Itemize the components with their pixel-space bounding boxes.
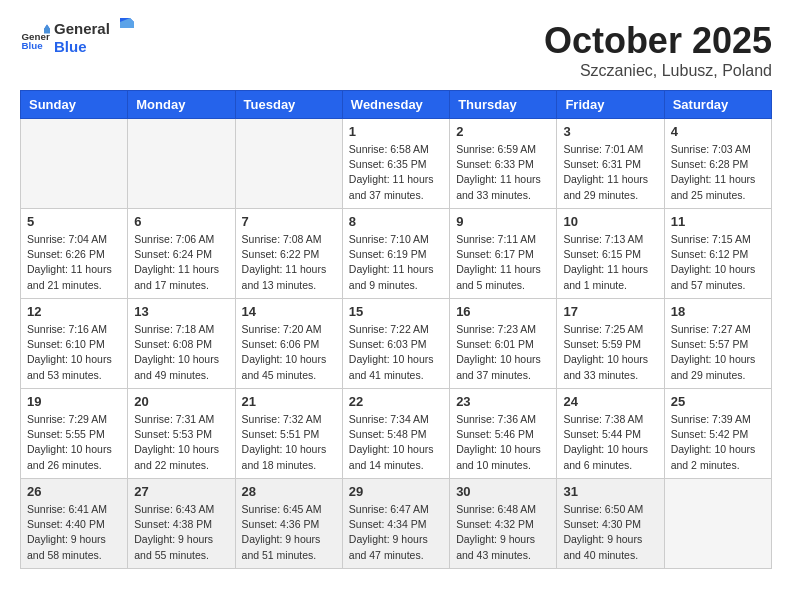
day-number: 18 <box>671 304 765 319</box>
day-number: 25 <box>671 394 765 409</box>
calendar-cell: 6Sunrise: 7:06 AM Sunset: 6:24 PM Daylig… <box>128 209 235 299</box>
calendar-cell: 29Sunrise: 6:47 AM Sunset: 4:34 PM Dayli… <box>342 479 449 569</box>
day-number: 27 <box>134 484 228 499</box>
day-number: 16 <box>456 304 550 319</box>
day-number: 13 <box>134 304 228 319</box>
day-number: 5 <box>27 214 121 229</box>
calendar-cell <box>235 119 342 209</box>
calendar-cell: 14Sunrise: 7:20 AM Sunset: 6:06 PM Dayli… <box>235 299 342 389</box>
calendar-cell: 16Sunrise: 7:23 AM Sunset: 6:01 PM Dayli… <box>450 299 557 389</box>
weekday-header-friday: Friday <box>557 91 664 119</box>
calendar-cell: 11Sunrise: 7:15 AM Sunset: 6:12 PM Dayli… <box>664 209 771 299</box>
logo: General Blue General Blue <box>20 20 134 56</box>
day-number: 15 <box>349 304 443 319</box>
calendar-cell: 23Sunrise: 7:36 AM Sunset: 5:46 PM Dayli… <box>450 389 557 479</box>
day-info: Sunrise: 7:38 AM Sunset: 5:44 PM Dayligh… <box>563 412 657 473</box>
day-info: Sunrise: 7:15 AM Sunset: 6:12 PM Dayligh… <box>671 232 765 293</box>
calendar-cell: 13Sunrise: 7:18 AM Sunset: 6:08 PM Dayli… <box>128 299 235 389</box>
day-info: Sunrise: 7:27 AM Sunset: 5:57 PM Dayligh… <box>671 322 765 383</box>
day-number: 2 <box>456 124 550 139</box>
calendar-cell <box>664 479 771 569</box>
calendar-cell: 15Sunrise: 7:22 AM Sunset: 6:03 PM Dayli… <box>342 299 449 389</box>
weekday-header-wednesday: Wednesday <box>342 91 449 119</box>
week-row-2: 5Sunrise: 7:04 AM Sunset: 6:26 PM Daylig… <box>21 209 772 299</box>
calendar-cell: 21Sunrise: 7:32 AM Sunset: 5:51 PM Dayli… <box>235 389 342 479</box>
calendar-cell: 12Sunrise: 7:16 AM Sunset: 6:10 PM Dayli… <box>21 299 128 389</box>
calendar-cell <box>128 119 235 209</box>
week-row-1: 1Sunrise: 6:58 AM Sunset: 6:35 PM Daylig… <box>21 119 772 209</box>
calendar-table: SundayMondayTuesdayWednesdayThursdayFrid… <box>20 90 772 569</box>
day-number: 17 <box>563 304 657 319</box>
day-info: Sunrise: 7:23 AM Sunset: 6:01 PM Dayligh… <box>456 322 550 383</box>
day-info: Sunrise: 7:32 AM Sunset: 5:51 PM Dayligh… <box>242 412 336 473</box>
weekday-header-sunday: Sunday <box>21 91 128 119</box>
calendar-cell: 3Sunrise: 7:01 AM Sunset: 6:31 PM Daylig… <box>557 119 664 209</box>
day-number: 24 <box>563 394 657 409</box>
svg-text:Blue: Blue <box>22 40 44 51</box>
day-info: Sunrise: 7:31 AM Sunset: 5:53 PM Dayligh… <box>134 412 228 473</box>
week-row-3: 12Sunrise: 7:16 AM Sunset: 6:10 PM Dayli… <box>21 299 772 389</box>
day-info: Sunrise: 7:04 AM Sunset: 6:26 PM Dayligh… <box>27 232 121 293</box>
calendar-cell: 27Sunrise: 6:43 AM Sunset: 4:38 PM Dayli… <box>128 479 235 569</box>
calendar-cell: 7Sunrise: 7:08 AM Sunset: 6:22 PM Daylig… <box>235 209 342 299</box>
page-header: General Blue General Blue October 2025 S… <box>20 20 772 80</box>
day-info: Sunrise: 6:41 AM Sunset: 4:40 PM Dayligh… <box>27 502 121 563</box>
day-info: Sunrise: 7:01 AM Sunset: 6:31 PM Dayligh… <box>563 142 657 203</box>
day-info: Sunrise: 7:20 AM Sunset: 6:06 PM Dayligh… <box>242 322 336 383</box>
calendar-cell: 4Sunrise: 7:03 AM Sunset: 6:28 PM Daylig… <box>664 119 771 209</box>
day-info: Sunrise: 6:50 AM Sunset: 4:30 PM Dayligh… <box>563 502 657 563</box>
calendar-cell: 25Sunrise: 7:39 AM Sunset: 5:42 PM Dayli… <box>664 389 771 479</box>
day-info: Sunrise: 7:13 AM Sunset: 6:15 PM Dayligh… <box>563 232 657 293</box>
day-number: 7 <box>242 214 336 229</box>
day-number: 10 <box>563 214 657 229</box>
day-number: 11 <box>671 214 765 229</box>
logo-chevron-icon <box>112 18 134 40</box>
day-info: Sunrise: 7:06 AM Sunset: 6:24 PM Dayligh… <box>134 232 228 293</box>
logo-blue-text: Blue <box>54 38 110 56</box>
svg-marker-4 <box>44 25 50 34</box>
day-info: Sunrise: 6:45 AM Sunset: 4:36 PM Dayligh… <box>242 502 336 563</box>
day-number: 4 <box>671 124 765 139</box>
day-number: 19 <box>27 394 121 409</box>
day-number: 30 <box>456 484 550 499</box>
day-info: Sunrise: 7:18 AM Sunset: 6:08 PM Dayligh… <box>134 322 228 383</box>
day-number: 12 <box>27 304 121 319</box>
day-info: Sunrise: 7:10 AM Sunset: 6:19 PM Dayligh… <box>349 232 443 293</box>
location: Szczaniec, Lubusz, Poland <box>544 62 772 80</box>
calendar-cell: 9Sunrise: 7:11 AM Sunset: 6:17 PM Daylig… <box>450 209 557 299</box>
day-info: Sunrise: 6:58 AM Sunset: 6:35 PM Dayligh… <box>349 142 443 203</box>
day-number: 29 <box>349 484 443 499</box>
day-number: 6 <box>134 214 228 229</box>
logo-icon: General Blue <box>20 23 50 53</box>
weekday-header-monday: Monday <box>128 91 235 119</box>
day-number: 20 <box>134 394 228 409</box>
logo-general-text: General <box>54 20 110 38</box>
day-info: Sunrise: 7:29 AM Sunset: 5:55 PM Dayligh… <box>27 412 121 473</box>
day-number: 8 <box>349 214 443 229</box>
calendar-cell: 5Sunrise: 7:04 AM Sunset: 6:26 PM Daylig… <box>21 209 128 299</box>
calendar-cell: 18Sunrise: 7:27 AM Sunset: 5:57 PM Dayli… <box>664 299 771 389</box>
month-title: October 2025 <box>544 20 772 62</box>
week-row-4: 19Sunrise: 7:29 AM Sunset: 5:55 PM Dayli… <box>21 389 772 479</box>
calendar-cell: 1Sunrise: 6:58 AM Sunset: 6:35 PM Daylig… <box>342 119 449 209</box>
title-block: October 2025 Szczaniec, Lubusz, Poland <box>544 20 772 80</box>
weekday-header-thursday: Thursday <box>450 91 557 119</box>
calendar-cell <box>21 119 128 209</box>
day-info: Sunrise: 6:47 AM Sunset: 4:34 PM Dayligh… <box>349 502 443 563</box>
day-number: 14 <box>242 304 336 319</box>
day-info: Sunrise: 7:25 AM Sunset: 5:59 PM Dayligh… <box>563 322 657 383</box>
calendar-cell: 20Sunrise: 7:31 AM Sunset: 5:53 PM Dayli… <box>128 389 235 479</box>
day-info: Sunrise: 7:08 AM Sunset: 6:22 PM Dayligh… <box>242 232 336 293</box>
calendar-cell: 24Sunrise: 7:38 AM Sunset: 5:44 PM Dayli… <box>557 389 664 479</box>
day-info: Sunrise: 6:59 AM Sunset: 6:33 PM Dayligh… <box>456 142 550 203</box>
day-info: Sunrise: 7:16 AM Sunset: 6:10 PM Dayligh… <box>27 322 121 383</box>
calendar-cell: 17Sunrise: 7:25 AM Sunset: 5:59 PM Dayli… <box>557 299 664 389</box>
weekday-header-tuesday: Tuesday <box>235 91 342 119</box>
day-number: 21 <box>242 394 336 409</box>
weekday-header-saturday: Saturday <box>664 91 771 119</box>
day-info: Sunrise: 7:34 AM Sunset: 5:48 PM Dayligh… <box>349 412 443 473</box>
day-info: Sunrise: 6:48 AM Sunset: 4:32 PM Dayligh… <box>456 502 550 563</box>
day-number: 28 <box>242 484 336 499</box>
day-number: 31 <box>563 484 657 499</box>
calendar-cell: 28Sunrise: 6:45 AM Sunset: 4:36 PM Dayli… <box>235 479 342 569</box>
